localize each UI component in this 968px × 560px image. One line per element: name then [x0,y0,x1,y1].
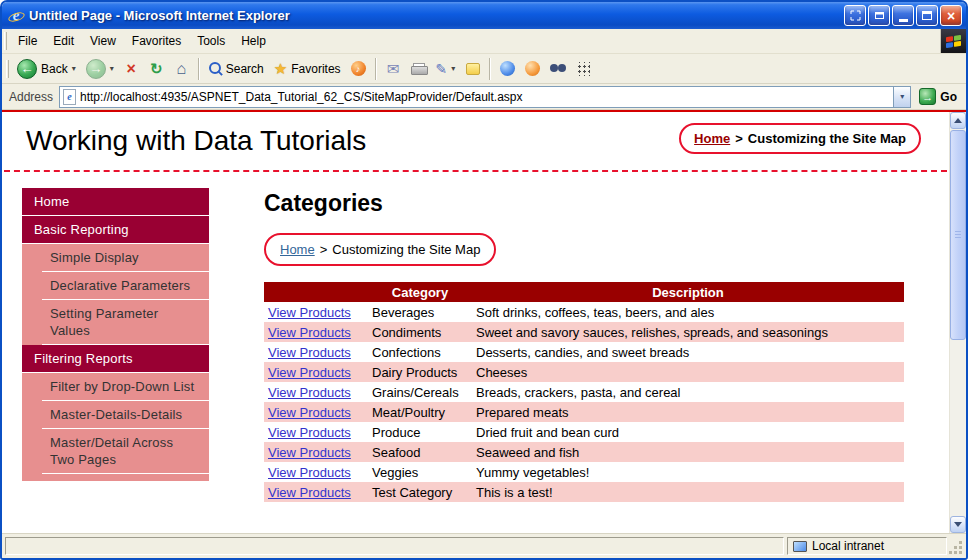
view-products-link[interactable]: View Products [268,325,351,340]
media-button[interactable]: ♪ [346,57,371,81]
content-breadcrumb-current: Customizing the Site Map [332,242,480,257]
scroll-up-button[interactable] [950,112,966,129]
back-icon: ← [17,59,37,79]
scroll-down-button[interactable] [950,516,966,533]
refresh-button[interactable]: ↻ [144,57,169,81]
view-products-link[interactable]: View Products [268,445,351,460]
scrollbar-thumb[interactable] [950,130,966,340]
table-row: View Products Seafood Seaweed and fish [264,442,904,462]
thumb-grip [955,231,961,239]
header-breadcrumb-current: Customizing the Site Map [748,131,906,146]
header-breadcrumb-home-link[interactable]: Home [694,131,730,146]
view-products-link[interactable]: View Products [268,345,351,360]
research-button[interactable] [545,57,570,81]
scrollbar-track[interactable] [950,129,966,516]
view-products-link[interactable]: View Products [268,485,351,500]
sidebar-item-label: Home [22,188,209,216]
category-cell: Grains/Cereals [368,382,472,402]
sidebar-item[interactable]: Basic Reporting [22,216,209,244]
menu-item[interactable]: Tools [189,29,233,53]
msn-button[interactable] [520,57,545,81]
maximize-button[interactable] [916,5,938,26]
favorites-icon: ★ [274,61,287,76]
column-header-empty [264,282,368,302]
messenger-button[interactable] [495,57,520,81]
discuss-button[interactable] [460,57,485,81]
print-button[interactable] [406,57,431,81]
description-cell: Seaweed and fish [472,442,904,462]
sidebar-item[interactable]: Master/Detail Across Two Pages [22,429,209,474]
view-products-link[interactable]: View Products [268,365,351,380]
address-dropdown-button[interactable]: ▾ [893,87,910,107]
minimize-button[interactable] [892,5,914,26]
home-button[interactable]: ⌂ [169,57,194,81]
mail-icon: ✉ [387,61,400,76]
browser-viewport: Working with Data Tutorials Home > Custo… [2,112,966,533]
sidebar-item-cutoff [22,474,209,481]
title-bar[interactable]: e Untitled Page - Microsoft Internet Exp… [2,2,966,29]
table-row: View Products Condiments Sweet and savor… [264,322,904,342]
sidebar-item[interactable]: Filter by Drop-Down List [22,373,209,401]
fullscreen-button[interactable] [844,5,866,26]
view-products-link[interactable]: View Products [268,405,351,420]
description-cell: Dried fruit and bean curd [472,422,904,442]
favorites-button[interactable]: ★ Favorites [269,59,346,78]
forward-icon: → [86,59,106,79]
sidebar-item[interactable]: Setting Parameter Values [22,300,209,345]
sidebar-item[interactable]: Filtering Reports [22,345,209,373]
menu-item[interactable]: Edit [45,29,82,53]
messenger-icon [500,61,515,76]
vertical-scrollbar[interactable] [949,112,966,533]
forward-button[interactable]: → ▾ [81,57,119,81]
resize-grip[interactable] [950,537,963,555]
back-label: Back [41,62,68,76]
address-input[interactable] [80,87,889,107]
sidebar-item[interactable]: Home [22,188,209,216]
fullscreen-icon [850,10,861,21]
close-button[interactable]: × [940,5,962,26]
table-body: View Products Beverages Soft drinks, cof… [264,302,904,502]
forward-dropdown-chevron[interactable]: ▾ [110,64,114,73]
sidebar-item[interactable]: Declarative Parameters [22,272,209,300]
sidebar-navigation: Home Basic Reporting Simple Display [22,188,209,481]
search-button[interactable]: Search [204,60,269,78]
edit-icon: ✎ [436,62,448,76]
menu-item[interactable]: Help [233,29,274,53]
category-cell: Condiments [368,322,472,342]
edit-button[interactable]: ✎ ▾ [431,60,461,78]
quick-links-button[interactable] [570,57,595,81]
back-button[interactable]: ← Back ▾ [12,57,81,81]
table-row: View Products Grains/Cereals Breads, cra… [264,382,904,402]
breadcrumb-separator: > [735,131,743,146]
table-row: View Products Meat/Poultry Prepared meat… [264,402,904,422]
table-row: View Products Veggies Yummy vegetables! [264,462,904,482]
favorites-label: Favorites [291,62,340,76]
menu-item[interactable]: Favorites [124,29,189,53]
mail-button[interactable]: ✉ [381,57,406,81]
menubar-grip[interactable] [4,32,7,50]
back-dropdown-chevron[interactable]: ▾ [72,64,76,73]
toolbar-separator [489,58,491,80]
toolbar-grip[interactable] [6,60,9,78]
menu-item[interactable]: File [10,29,45,53]
sidebar-indent-rail [22,373,42,401]
view-products-link[interactable]: View Products [268,385,351,400]
go-button[interactable]: → Go [917,88,961,105]
view-products-link[interactable]: View Products [268,305,351,320]
grid-icon [576,62,590,76]
sidebar-item[interactable]: Simple Display [22,244,209,272]
content-breadcrumb-home-link[interactable]: Home [280,242,315,257]
view-products-link[interactable]: View Products [268,425,351,440]
intranet-zone-icon [793,541,807,552]
window-title: Untitled Page - Microsoft Internet Explo… [29,8,839,23]
window-mode-button[interactable] [868,5,890,26]
sidebar-item-label: Master-Details-Details [42,401,209,429]
stop-button[interactable]: × [119,57,144,81]
description-cell: Soft drinks, coffees, teas, beers, and a… [472,302,904,322]
view-products-link[interactable]: View Products [268,465,351,480]
sidebar-item[interactable]: Master-Details-Details [22,401,209,429]
address-input-box[interactable]: e ▾ [59,86,911,108]
menu-item[interactable]: View [82,29,124,53]
main-content: Categories Home > Customizing the Site M… [264,188,904,502]
edit-dropdown-chevron[interactable]: ▾ [451,64,455,73]
